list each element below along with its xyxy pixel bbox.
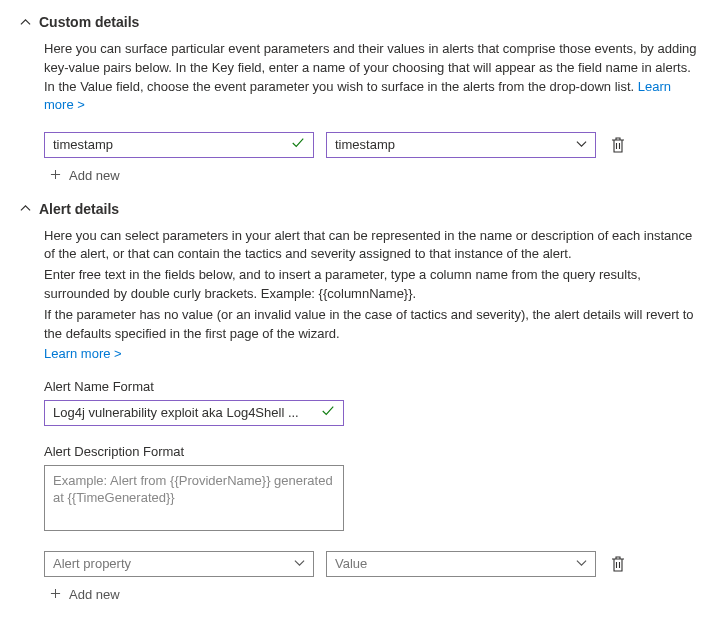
custom-details-title: Custom details bbox=[39, 14, 139, 30]
alert-desc-format-label: Alert Description Format bbox=[44, 444, 698, 459]
chevron-down-icon bbox=[576, 556, 587, 571]
key-input-value: timestamp bbox=[53, 137, 113, 152]
delete-button[interactable] bbox=[608, 556, 628, 572]
alert-property-placeholder: Alert property bbox=[53, 556, 131, 571]
plus-icon bbox=[50, 587, 61, 602]
delete-button[interactable] bbox=[608, 137, 628, 153]
alert-property-row: Alert property Value bbox=[44, 551, 698, 577]
alert-details-desc3: If the parameter has no value (or an inv… bbox=[44, 306, 698, 344]
alert-name-format-label: Alert Name Format bbox=[44, 379, 698, 394]
alert-details-body: Here you can select parameters in your a… bbox=[44, 227, 698, 602]
chevron-down-icon bbox=[576, 137, 587, 152]
alert-name-format-value: Log4j vulnerability exploit aka Log4Shel… bbox=[53, 405, 299, 420]
custom-details-body: Here you can surface particular event pa… bbox=[44, 40, 698, 183]
alert-details-desc2: Enter free text in the fields below, and… bbox=[44, 266, 698, 304]
alert-desc-format-input[interactable]: Example: Alert from {{ProviderName}} gen… bbox=[44, 465, 344, 531]
check-icon bbox=[291, 136, 305, 153]
alert-details-learn-more[interactable]: Learn more > bbox=[44, 346, 698, 361]
alert-details-title: Alert details bbox=[39, 201, 119, 217]
value-dropdown[interactable]: timestamp bbox=[326, 132, 596, 158]
check-icon bbox=[321, 404, 335, 421]
value-dropdown-text: timestamp bbox=[335, 137, 395, 152]
add-new-label: Add new bbox=[69, 587, 120, 602]
custom-details-row: timestamp timestamp bbox=[44, 132, 698, 158]
custom-details-desc: Here you can surface particular event pa… bbox=[44, 41, 697, 94]
alert-details-desc1: Here you can select parameters in your a… bbox=[44, 227, 698, 265]
custom-details-add-new[interactable]: Add new bbox=[50, 168, 698, 183]
custom-details-header[interactable]: Custom details bbox=[20, 14, 698, 30]
alert-details-add-new[interactable]: Add new bbox=[50, 587, 698, 602]
alert-value-dropdown[interactable]: Value bbox=[326, 551, 596, 577]
key-input[interactable]: timestamp bbox=[44, 132, 314, 158]
chevron-up-icon bbox=[20, 203, 31, 214]
alert-name-format-input[interactable]: Log4j vulnerability exploit aka Log4Shel… bbox=[44, 400, 344, 426]
chevron-up-icon bbox=[20, 17, 31, 28]
alert-value-placeholder: Value bbox=[335, 556, 367, 571]
alert-details-header[interactable]: Alert details bbox=[20, 201, 698, 217]
alert-property-dropdown[interactable]: Alert property bbox=[44, 551, 314, 577]
chevron-down-icon bbox=[294, 556, 305, 571]
add-new-label: Add new bbox=[69, 168, 120, 183]
plus-icon bbox=[50, 168, 61, 183]
